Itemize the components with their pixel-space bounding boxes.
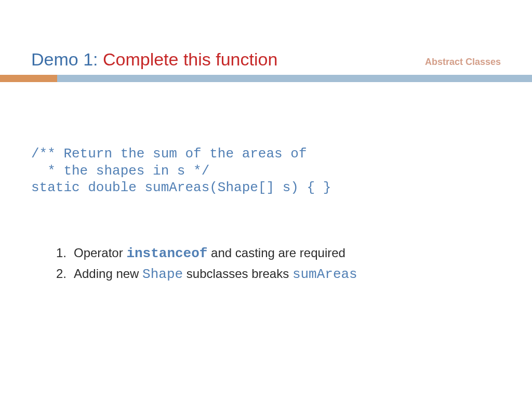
point-2: 2.Adding new Shape subclasses breaks sum… bbox=[56, 265, 357, 284]
code-line-2: * the shapes in s */ bbox=[31, 163, 331, 180]
point-1: 1.Operator instanceof and casting are re… bbox=[56, 244, 357, 263]
keyword-instanceof: instanceof bbox=[126, 246, 207, 261]
keyword-sumareas: sumAreas bbox=[292, 267, 357, 282]
point-1-text-b: and casting are required bbox=[207, 246, 345, 260]
point-1-text-a: Operator bbox=[74, 246, 126, 260]
code-block: /** Return the sum of the areas of * the… bbox=[0, 0, 362, 196]
point-2-text-b: subclasses breaks bbox=[183, 267, 292, 281]
code-line-3: static double sumAreas(Shape[] s) { } bbox=[31, 179, 331, 196]
slide: Demo 1: Complete this function Abstract … bbox=[0, 0, 532, 82]
slide-subtitle: Abstract Classes bbox=[425, 57, 501, 70]
point-1-number: 1. bbox=[56, 244, 74, 262]
point-2-number: 2. bbox=[56, 265, 74, 283]
points-block: 1.Operator instanceof and casting are re… bbox=[56, 244, 357, 286]
code-line-1: /** Return the sum of the areas of bbox=[31, 145, 331, 163]
point-2-text-a: Adding new bbox=[74, 267, 142, 281]
keyword-shape: Shape bbox=[142, 267, 183, 282]
